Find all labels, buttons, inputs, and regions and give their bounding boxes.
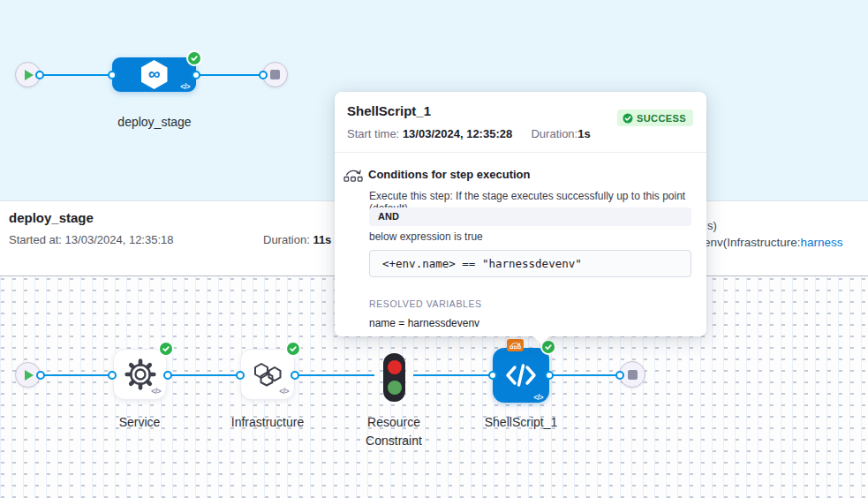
infrastructure-ref-text: env(Infrastructure: (704, 236, 801, 249)
step-label-infrastructure: Infrastructure (219, 413, 316, 432)
port-dot (192, 71, 200, 79)
step-node-infrastructure[interactable]: </> (240, 349, 295, 400)
traffic-light-green (388, 381, 402, 395)
status-badge: SUCCESS (617, 109, 693, 126)
success-check-icon (158, 341, 174, 357)
success-check-icon (285, 341, 301, 357)
port-dot (108, 71, 117, 79)
resolved-variables-label: RESOLVED VARIABLES (369, 298, 482, 309)
step-details-popover: ShellScript_1 SUCCESS Start time: 13/03/… (335, 92, 706, 336)
start-time-value: 13/03/2024, 12:35:28 (403, 127, 512, 140)
popover-arrow (532, 336, 550, 344)
conditions-operator: AND (369, 208, 691, 226)
conditional-execution-icon (343, 168, 363, 186)
conditions-title: Conditions for step execution (368, 168, 530, 181)
stage-bar-right-line1: s) (707, 219, 717, 232)
port-dot (488, 371, 497, 380)
code-mini-icon: </> (151, 387, 161, 396)
status-text: SUCCESS (637, 113, 686, 124)
infrastructure-hexagons-icon (252, 359, 283, 389)
stage-label: deploy_stage (106, 113, 203, 132)
resource-constraint-node[interactable] (383, 353, 405, 402)
play-icon (25, 370, 34, 381)
stop-icon (628, 370, 638, 380)
duration-label: Duration: (263, 233, 310, 246)
port-dot (236, 371, 245, 380)
infrastructure-link[interactable]: harness (801, 236, 843, 249)
shell-script-code-icon (503, 360, 539, 390)
cd-hexagon-icon: ∞ (141, 60, 168, 89)
step-node-shellscript-1[interactable]: </> (493, 348, 549, 403)
popover-step-title: ShellScript_1 (347, 103, 431, 118)
stage-bar-title: deploy_stage (9, 210, 94, 225)
stage-node-deploy-stage[interactable]: ∞ </> (112, 57, 196, 92)
step-label-service: Service (95, 413, 184, 432)
port-dot (108, 371, 117, 380)
port-dot (291, 371, 299, 380)
pipeline-execution-view: ∞ </> deploy_stage deploy_stage Started … (0, 0, 868, 498)
conditions-expression-intro: below expression is true (369, 230, 483, 243)
stage-started-text: Started at: 13/03/2024, 12:35:18 (9, 233, 174, 246)
port-dot (545, 371, 554, 380)
conditional-execution-badge (507, 339, 524, 351)
code-mini-icon: </> (279, 387, 289, 396)
resolved-variables-value: name = harnessdevenv (369, 317, 479, 329)
stage-bar-right-line2: env(Infrastructure:harness (704, 236, 868, 249)
started-label: Started at: (9, 233, 62, 246)
step-edge (41, 374, 374, 376)
code-mini-icon: </> (533, 393, 543, 402)
popover-duration-value: 1s (577, 127, 590, 140)
duration-value: 11s (313, 233, 331, 246)
port-dot (35, 71, 44, 79)
conditions-expression: <+env.name> == "harnessdevenv" (369, 250, 691, 277)
started-value: 13/03/2024, 12:35:18 (65, 233, 174, 246)
step-label-shellscript-1: ShellScript_1 (472, 413, 570, 432)
port-dot (163, 371, 172, 380)
status-check-icon (623, 113, 633, 124)
popover-duration-label: Duration: (531, 127, 577, 140)
step-label-resource-constraint: Resource Constraint (345, 413, 442, 450)
port-dot (615, 371, 624, 380)
code-mini-icon: </> (180, 82, 190, 91)
port-dot (36, 371, 45, 380)
popover-divider (335, 152, 706, 153)
port-dot (259, 71, 268, 79)
stage-duration-text: Duration: 11s (263, 233, 331, 246)
play-icon (25, 70, 34, 80)
infinity-glyph: ∞ (148, 65, 161, 82)
step-node-service[interactable]: </> (113, 349, 167, 400)
success-check-icon (186, 50, 202, 66)
traffic-light-red (388, 360, 402, 374)
start-time-label: Start time: (347, 127, 399, 140)
popover-time-row: Start time: 13/03/2024, 12:35:28 Duratio… (347, 127, 591, 140)
stop-icon (270, 70, 280, 79)
